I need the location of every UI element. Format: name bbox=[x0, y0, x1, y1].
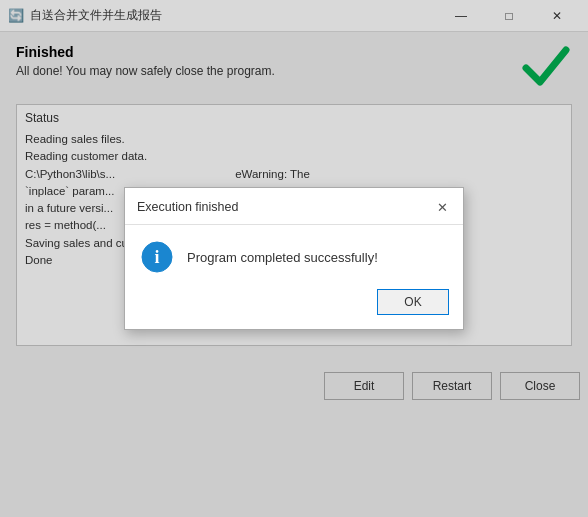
dialog-footer: OK bbox=[125, 285, 463, 329]
dialog-message: Program completed successfully! bbox=[187, 250, 378, 265]
dialog-close-button[interactable]: ✕ bbox=[431, 196, 453, 218]
dialog-title: Execution finished bbox=[137, 200, 238, 214]
dialog: Execution finished ✕ i Program completed… bbox=[124, 187, 464, 330]
modal-overlay: Execution finished ✕ i Program completed… bbox=[0, 0, 588, 517]
info-icon: i bbox=[141, 241, 173, 273]
dialog-body: i Program completed successfully! bbox=[125, 225, 463, 285]
dialog-ok-button[interactable]: OK bbox=[377, 289, 449, 315]
svg-text:i: i bbox=[154, 247, 159, 267]
dialog-title-bar: Execution finished ✕ bbox=[125, 188, 463, 225]
